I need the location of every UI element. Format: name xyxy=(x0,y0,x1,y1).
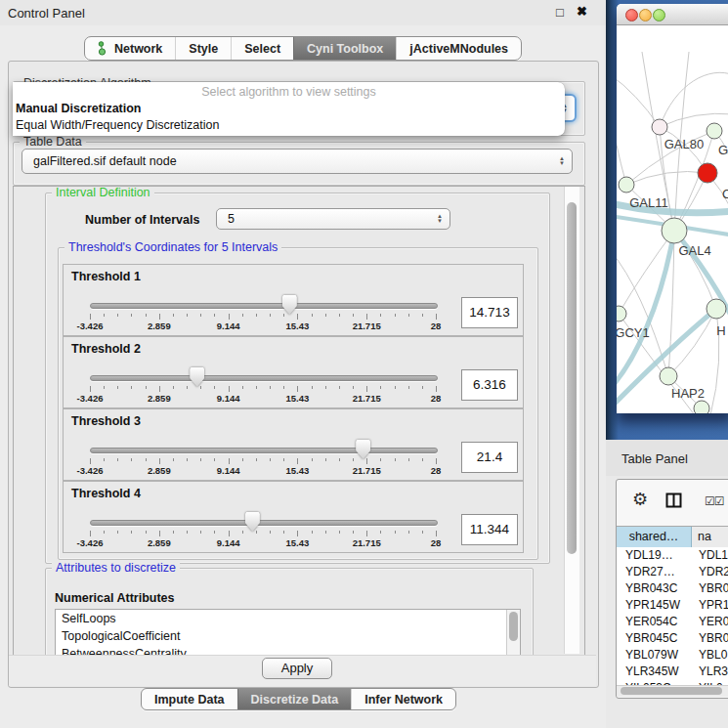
table-scrollbar-thumb[interactable] xyxy=(621,687,722,695)
table-horizontal-scrollbar[interactable] xyxy=(617,685,728,697)
slider-ticks xyxy=(90,458,437,465)
list-scrollbar[interactable] xyxy=(506,610,520,655)
network-node-label: GAL80 xyxy=(664,137,704,151)
attribute-list-item[interactable]: TopologicalCoefficient xyxy=(56,627,520,645)
tick-label: 21.715 xyxy=(353,393,381,404)
threshold-value-input[interactable]: 6.316 xyxy=(461,369,518,401)
tab-style[interactable]: Style xyxy=(175,37,231,60)
slider-thumb[interactable] xyxy=(356,440,370,459)
tab-infer-network[interactable]: Infer Network xyxy=(351,689,455,709)
network-node[interactable] xyxy=(694,401,709,413)
slider-tick-labels: -3.4262.8599.14415.4321.71528 xyxy=(90,537,437,548)
group-title: Table Data xyxy=(20,135,86,150)
tab-discretize-data[interactable]: Discretize Data xyxy=(237,689,352,709)
table-row[interactable]: YLR345WYLR3 xyxy=(617,664,728,680)
dropdown-option-manual[interactable]: Manual Discretization xyxy=(13,101,565,117)
network-node[interactable] xyxy=(660,367,677,385)
settings-scrollbar[interactable] xyxy=(564,187,579,654)
number-of-intervals-combobox[interactable]: 5 ▲▼ xyxy=(216,208,450,230)
network-node[interactable] xyxy=(707,299,726,319)
gear-icon[interactable]: ⚙ xyxy=(632,489,648,510)
network-node[interactable] xyxy=(707,123,722,139)
tick-label: 2.859 xyxy=(148,465,171,476)
tab-label: Infer Network xyxy=(364,693,443,707)
slider-track[interactable] xyxy=(90,375,438,381)
table-row[interactable]: YPR145WYPR1 xyxy=(617,597,728,614)
table-data-combobox[interactable]: galFiltered.sif default node ▲▼ xyxy=(21,149,573,174)
tab-impute-data[interactable]: Impute Data xyxy=(142,689,237,709)
numerical-attributes-heading: Numerical Attributes xyxy=(55,591,174,605)
threshold-value-input[interactable]: 11.344 xyxy=(461,514,518,545)
network-node-label: GAL4 xyxy=(678,243,710,258)
cell-name: YDL1 xyxy=(692,547,728,564)
network-node[interactable] xyxy=(652,119,667,135)
cell-shared-name: YDL19… xyxy=(617,547,692,564)
slider-thumb[interactable] xyxy=(190,367,204,387)
threshold-panel: Threshold 1-3.4262.8599.14415.4321.71528… xyxy=(63,264,524,336)
tab-network[interactable]: Network xyxy=(85,37,175,60)
cell-shared-name: YER054C xyxy=(617,614,692,630)
control-panel-header: Control Panel □ ✖ xyxy=(0,0,606,25)
tab-jactivemnodules[interactable]: jActiveMNodules xyxy=(396,37,521,60)
threshold-value-input[interactable]: 21.4 xyxy=(461,442,518,473)
tab-label: Impute Data xyxy=(154,693,225,707)
threshold-value-input[interactable]: 14.713 xyxy=(461,297,518,328)
slider-tick-labels: -3.4262.8599.14415.4321.71528 xyxy=(90,393,437,404)
close-icon[interactable]: ✖ xyxy=(577,4,587,19)
threshold-panel: Threshold 2-3.4262.8599.14415.4321.71528… xyxy=(63,336,524,408)
tick-label: -3.426 xyxy=(77,465,104,476)
window-zoom-button[interactable] xyxy=(653,9,665,21)
slider-track[interactable] xyxy=(90,448,438,453)
network-edge xyxy=(626,172,707,186)
network-node-label: GAL11 xyxy=(629,195,668,210)
numerical-attributes-list[interactable]: SelfLoopsTopologicalCoefficientBetweenne… xyxy=(55,609,521,656)
tick-label: 28 xyxy=(431,321,442,331)
network-node[interactable] xyxy=(619,177,634,193)
table-row[interactable]: YBR045CYBR0 xyxy=(617,630,728,647)
slider-thumb[interactable] xyxy=(282,295,297,315)
network-edge xyxy=(617,112,626,185)
group-title: Attributes to discretize xyxy=(52,561,180,576)
tab-cyni-toolbox[interactable]: Cyni Toolbox xyxy=(293,37,396,60)
table-row[interactable]: YDL19…YDL1 xyxy=(617,547,728,564)
list-scrollbar-thumb[interactable] xyxy=(509,612,518,641)
tick-label: 2.859 xyxy=(148,321,171,331)
cell-shared-name: YDR27… xyxy=(617,564,692,580)
window-minimize-button[interactable] xyxy=(639,9,652,21)
tick-label: 28 xyxy=(431,393,442,404)
table-row[interactable]: YBR043CYBR0 xyxy=(617,580,728,597)
slider-thumb[interactable] xyxy=(245,512,260,532)
tick-label: 9.144 xyxy=(217,393,240,404)
dropdown-placeholder: Select algorithm to view settings xyxy=(13,82,565,101)
tick-label: 2.859 xyxy=(148,393,171,404)
network-node[interactable] xyxy=(617,306,626,321)
slider-track[interactable] xyxy=(90,520,438,526)
settings-scrollbar-thumb[interactable] xyxy=(567,202,577,554)
dropdown-option-equal-width[interactable]: Equal Width/Frequency Discretization xyxy=(13,117,565,134)
network-node[interactable] xyxy=(662,218,687,243)
table-row[interactable]: YER054CYER0 xyxy=(617,614,728,630)
network-canvas[interactable]: GAL80GACGAL11GAL4GCY1HHAP2 xyxy=(617,24,728,413)
tab-select[interactable]: Select xyxy=(231,37,293,60)
network-window-titlebar[interactable] xyxy=(617,4,728,25)
float-window-icon[interactable]: □ xyxy=(556,5,564,20)
column-header-shared-name[interactable]: shared… xyxy=(617,527,692,548)
attribute-list-item[interactable]: SelfLoops xyxy=(56,610,520,627)
tick-label: 15.43 xyxy=(286,537,310,548)
checkbox-icons[interactable]: ☑☑ xyxy=(705,494,724,508)
threshold-label: Threshold 2 xyxy=(71,342,141,356)
slider-track[interactable] xyxy=(90,303,438,309)
control-panel-tabbar: Network Style Select Cyni Toolbox jActiv… xyxy=(84,36,522,61)
columns-icon[interactable] xyxy=(665,492,682,508)
table-row[interactable]: YBL079WYBL0 xyxy=(617,647,728,664)
apply-button[interactable]: Apply xyxy=(262,658,332,679)
cell-name: YDR2 xyxy=(692,564,728,580)
network-node-label: C xyxy=(722,187,728,201)
column-header-name[interactable]: na xyxy=(692,527,728,548)
window-close-button[interactable] xyxy=(625,9,638,21)
network-view-window[interactable]: GAL80GACGAL11GAL4GCY1HHAP2 xyxy=(617,4,728,413)
table-row[interactable]: YDR27…YDR2 xyxy=(617,564,728,580)
screenshot-root: Control Panel □ ✖ Network Style Select C… xyxy=(0,0,728,728)
spinner-icon: ▲▼ xyxy=(437,214,443,224)
network-node[interactable] xyxy=(698,163,717,183)
